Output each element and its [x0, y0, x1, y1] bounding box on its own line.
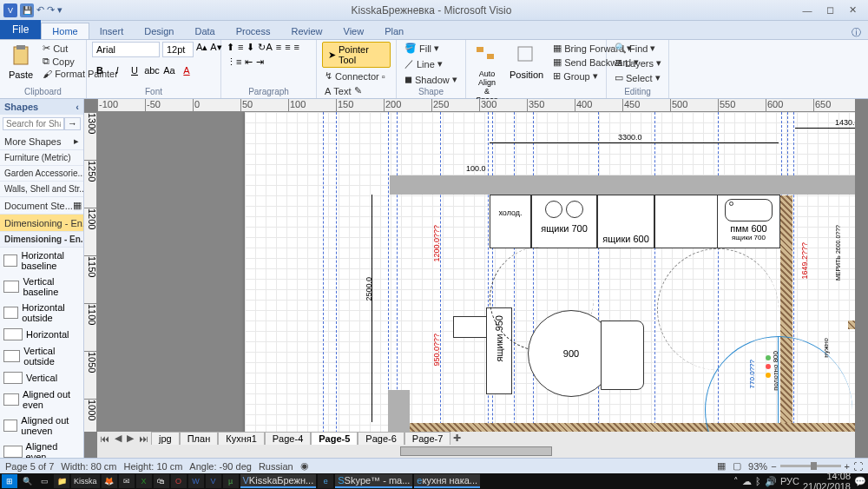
stencil-h-baseline[interactable]: Horizontal baseline	[0, 248, 83, 274]
file-tab[interactable]: File	[0, 20, 41, 39]
grow-font-icon[interactable]: A▴	[196, 42, 207, 57]
drawing-canvas[interactable]: холод. ящики 700 ящики 600 пмм 600 ящики…	[97, 112, 855, 432]
tab-review[interactable]: Review	[280, 23, 332, 39]
align-center-icon[interactable]: ≡	[285, 42, 290, 52]
notif-icon[interactable]: 💬	[854, 476, 866, 487]
cat-dimensioning[interactable]: Dimensioning - En...▾	[0, 215, 83, 232]
search-input[interactable]	[3, 117, 64, 130]
word-icon[interactable]: W	[188, 474, 204, 488]
align-top-icon[interactable]: ⬆	[227, 42, 234, 53]
stencil-horizontal[interactable]: Horizontal	[0, 326, 83, 343]
find-button[interactable]: 🔍Find ▾	[612, 42, 658, 55]
status-lang[interactable]: Russian	[259, 461, 293, 472]
mail-icon[interactable]: ✉	[119, 474, 135, 488]
tray-time[interactable]: 14:08	[826, 471, 851, 481]
shadow-button[interactable]: ◼Shadow ▾	[402, 73, 460, 86]
nav-last-icon[interactable]: ⏭	[136, 433, 151, 444]
align-right-icon[interactable]: ≡	[294, 42, 299, 52]
cat-garden[interactable]: Garden Accessorie...	[0, 166, 83, 182]
fill-button[interactable]: 🪣Fill ▾	[402, 42, 442, 55]
qat-dropdown-icon[interactable]: ▾	[57, 4, 62, 16]
more-shapes-row[interactable]: More Shapes▸	[0, 133, 83, 150]
layers-button[interactable]: ≣Layers ▾	[612, 56, 664, 69]
search-taskbar-icon[interactable]: 🔍	[19, 474, 35, 488]
nav-next-icon[interactable]: ▶	[124, 433, 136, 444]
start-button[interactable]: ⊞	[2, 474, 17, 488]
page-tab-4[interactable]: Page-4	[265, 432, 311, 446]
shapes-search[interactable]: →	[3, 117, 81, 130]
autoalign-button[interactable]: Auto Align & Space	[471, 42, 503, 106]
tab-process[interactable]: Process	[226, 23, 281, 39]
orientation-icon[interactable]: ↻A	[258, 42, 272, 53]
help-icon[interactable]: ⓘ	[852, 26, 868, 39]
pencil-icon[interactable]: ✎	[354, 85, 362, 96]
excel-icon[interactable]: X	[136, 474, 152, 488]
position-button[interactable]: Position	[506, 42, 547, 82]
box-drawers700[interactable]: ящики 700	[531, 195, 597, 248]
font-name-select[interactable]: Arial	[92, 42, 160, 57]
strike-button[interactable]: abc	[144, 63, 160, 78]
edge-icon[interactable]: e	[318, 474, 333, 488]
visio-icon[interactable]: V	[206, 474, 221, 488]
bullets-icon[interactable]: ⋮≡	[227, 56, 241, 68]
redo-icon[interactable]: ↷	[47, 4, 55, 16]
cat-furniture[interactable]: Furniture (Metric)	[0, 150, 83, 166]
font-color-button[interactable]: A	[179, 63, 194, 78]
zoom-out-icon[interactable]: −	[771, 461, 776, 472]
box-spacer[interactable]	[654, 195, 717, 248]
box-fridge[interactable]: холод.	[490, 195, 531, 248]
indent-dec-icon[interactable]: ⇤	[245, 56, 253, 68]
drawing-page[interactable]: холод. ящики 700 ящики 600 пмм 600 ящики…	[245, 112, 855, 432]
align-middle-icon[interactable]: ≡	[238, 42, 243, 52]
bold-button[interactable]: B	[92, 63, 108, 78]
cat-document[interactable]: Document Ste...▦	[0, 197, 83, 215]
stencil-aligned-even[interactable]: Aligned out even	[0, 387, 83, 413]
tray-date[interactable]: 21/02/2018	[803, 481, 851, 489]
tab-plan[interactable]: Plan	[374, 23, 414, 39]
box-pmm[interactable]: пмм 600 ящики 700	[717, 195, 780, 248]
page-tab-6[interactable]: Page-6	[358, 432, 404, 446]
taskview-icon[interactable]: ▭	[36, 474, 52, 488]
font-size-select[interactable]: 12pt	[162, 42, 194, 57]
indent-inc-icon[interactable]: ⇥	[256, 56, 264, 68]
stencil-h-outside[interactable]: Horizontal outside	[0, 300, 83, 326]
underline-button[interactable]: U	[127, 63, 142, 78]
align-bottom-icon[interactable]: ⬇	[247, 42, 254, 53]
minimize-button[interactable]: —	[797, 3, 818, 18]
torrent-icon[interactable]: µ	[223, 474, 239, 488]
maximize-button[interactable]: ◻	[819, 3, 840, 18]
save-icon[interactable]: 💾	[20, 3, 34, 17]
pointer-tool-button[interactable]: ➤Pointer Tool	[322, 42, 391, 68]
undo-icon[interactable]: ↶	[36, 4, 44, 16]
align-left-icon[interactable]: ≡	[276, 42, 281, 52]
tray-cloud-icon[interactable]: ☁	[742, 476, 752, 487]
case-button[interactable]: Aa	[161, 63, 177, 78]
task-ie[interactable]: e кухня нака...	[414, 474, 480, 488]
stencil-v-baseline[interactable]: Vertical baseline	[0, 274, 83, 300]
opera-icon[interactable]: O	[171, 474, 187, 488]
collapse-icon[interactable]: ‹	[76, 102, 79, 112]
task-skype[interactable]: S Skype™ - ma...	[335, 474, 412, 488]
zoom-slider[interactable]	[780, 465, 841, 467]
select-button[interactable]: ▭Select ▾	[612, 71, 663, 84]
shrink-font-icon[interactable]: A▾	[210, 42, 221, 57]
line-button[interactable]: ／Line ▾	[402, 56, 445, 71]
page-tab-kitchen[interactable]: Кухня1	[218, 432, 265, 446]
zoom-value[interactable]: 93%	[748, 461, 767, 472]
box-small[interactable]	[453, 316, 488, 338]
page-tab-5[interactable]: Page-5	[311, 432, 358, 446]
add-page-icon[interactable]: ✚	[450, 433, 464, 444]
task-visio[interactable]: V KisskaБрежн...	[240, 474, 317, 488]
connector-button[interactable]: ↯Connector▫	[322, 69, 388, 83]
store-icon[interactable]: 🛍	[154, 474, 169, 488]
nav-prev-icon[interactable]: ◀	[112, 433, 124, 444]
tray-up-icon[interactable]: ˄	[733, 476, 739, 487]
cat-walls[interactable]: Walls, Shell and Str...	[0, 182, 83, 197]
tab-insert[interactable]: Insert	[89, 23, 135, 39]
page-tab-plan[interactable]: План	[180, 432, 219, 446]
search-go-icon[interactable]: →	[64, 117, 81, 130]
nav-first-icon[interactable]: ⏮	[97, 433, 112, 444]
italic-button[interactable]: I	[109, 63, 125, 78]
page-tab-jpg[interactable]: jpg	[151, 432, 180, 446]
stencil-aligned-even2[interactable]: Aligned even	[0, 439, 83, 458]
